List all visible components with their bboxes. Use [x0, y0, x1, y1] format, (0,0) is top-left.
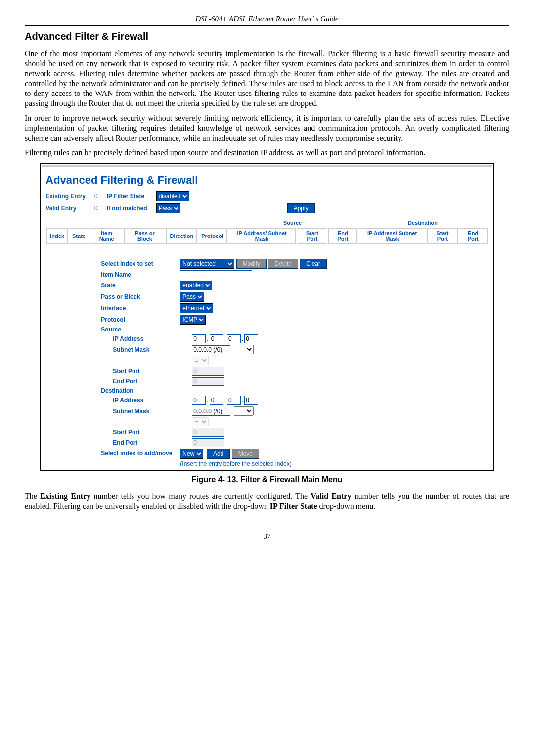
- src-subnet-cidr-select[interactable]: [234, 345, 254, 354]
- settings-area: Select index to set Not selected Modify …: [42, 250, 492, 467]
- src-ip-4[interactable]: [244, 334, 258, 343]
- col-src-end: End Port: [328, 228, 357, 244]
- col-direction: Direction: [166, 228, 197, 244]
- doc-header: DSL-604+ ADSL Ethernet Router User' s Gu…: [25, 15, 509, 23]
- pass-block-select[interactable]: Pass: [180, 292, 204, 302]
- source-heading: Source: [101, 326, 180, 333]
- dst-end-port-label: End Port: [101, 439, 192, 446]
- select-index-set-select[interactable]: Not selected: [180, 259, 234, 269]
- modify-button[interactable]: Modify: [236, 259, 267, 269]
- protocol-select[interactable]: ICMP: [180, 315, 206, 325]
- move-button[interactable]: Move: [232, 449, 259, 459]
- ip-filter-state-select[interactable]: disabled: [156, 191, 189, 201]
- item-name-label: Item Name: [101, 271, 180, 278]
- ip-filter-state-label: IP Filter State: [107, 190, 156, 202]
- col-src-ip: IP Address/ Subnet Mask: [228, 228, 296, 244]
- paragraph-3: Filtering rules can be precisely defined…: [25, 148, 509, 158]
- src-eq-select[interactable]: =: [192, 356, 209, 365]
- dst-start-port-input[interactable]: [192, 428, 224, 437]
- dst-subnet-label: Subnet Mask: [101, 408, 192, 415]
- protocol-label: Protocol: [101, 316, 180, 323]
- apply-button[interactable]: Apply: [287, 203, 315, 213]
- src-start-port-input[interactable]: [192, 367, 224, 376]
- col-state: State: [69, 228, 89, 244]
- dst-ip-label: IP Address: [101, 397, 192, 404]
- dst-eq-select[interactable]: =: [192, 417, 209, 426]
- src-end-port-label: End Port: [101, 378, 192, 385]
- dst-ip-1[interactable]: [192, 396, 206, 405]
- page-number: 37: [25, 532, 509, 541]
- dest-group: Destination: [358, 218, 487, 227]
- source-group: Source: [228, 218, 357, 227]
- col-src-start: Start Port: [297, 228, 327, 244]
- src-ip-2[interactable]: [210, 334, 223, 343]
- dst-ip-3[interactable]: [227, 396, 241, 405]
- rules-header-grid: Source Destination Index State Item Name…: [45, 217, 488, 245]
- col-item-name: Item Name: [90, 228, 123, 244]
- state-label: State: [101, 282, 180, 289]
- col-index: Index: [46, 228, 68, 244]
- dst-ip-4[interactable]: [244, 396, 258, 405]
- select-index-add-select[interactable]: New: [180, 449, 203, 459]
- dst-subnet-input[interactable]: [192, 407, 230, 416]
- interface-select[interactable]: ethernet: [180, 303, 213, 313]
- footer-rule: [25, 531, 509, 531]
- state-select[interactable]: enabled: [180, 281, 212, 290]
- dst-subnet-cidr-select[interactable]: [234, 406, 254, 416]
- header-rule: [25, 25, 509, 26]
- paragraph-2: In order to improve network security wit…: [25, 113, 509, 143]
- col-dst-start: Start Port: [427, 228, 458, 244]
- existing-entry-value: 0: [94, 190, 107, 202]
- delete-button[interactable]: Delete: [268, 259, 298, 269]
- select-index-add-label: Select index to add/move: [101, 450, 180, 457]
- col-protocol: Protocol: [198, 228, 227, 244]
- clear-button[interactable]: Clear: [300, 259, 327, 269]
- src-ip-1[interactable]: [192, 334, 206, 343]
- panel-title: Advanced Filtering & Firewall: [45, 174, 492, 187]
- dst-end-port-input[interactable]: [192, 438, 224, 447]
- section-heading: Advanced Filter & Firewall: [25, 31, 509, 42]
- interface-label: Interface: [101, 305, 180, 312]
- paragraph-1: One of the most important elements of an…: [25, 49, 509, 108]
- select-index-set-label: Select index to set: [101, 260, 180, 267]
- add-button[interactable]: Add: [207, 449, 230, 459]
- if-not-matched-label: If not matched: [107, 202, 156, 214]
- insert-note: (Insert the entry before the selected in…: [180, 460, 291, 467]
- src-ip-label: IP Address: [101, 335, 192, 342]
- valid-entry-label: Valid Entry: [45, 202, 94, 214]
- dst-ip-2[interactable]: [210, 396, 223, 405]
- if-not-matched-select[interactable]: Pass: [156, 203, 180, 213]
- col-dst-ip: IP Address/ Subnet Mask: [358, 228, 426, 244]
- existing-entry-label: Existing Entry: [45, 190, 94, 202]
- pass-block-label: Pass or Block: [101, 293, 180, 300]
- src-subnet-label: Subnet Mask: [101, 346, 192, 353]
- src-end-port-input[interactable]: [192, 377, 224, 386]
- dest-heading: Destination: [101, 387, 180, 394]
- paragraph-4: The Existing Entry number tells you how …: [25, 491, 509, 511]
- src-ip-3[interactable]: [227, 334, 241, 343]
- figure-caption: Figure 4- 13. Filter & Firewall Main Men…: [25, 475, 509, 484]
- col-pass-block: Pass or Block: [124, 228, 165, 244]
- screenshot-container: Advanced Filtering & Firewall Existing E…: [40, 163, 494, 471]
- valid-entry-value: 0: [94, 202, 107, 214]
- item-name-input[interactable]: [180, 270, 252, 279]
- src-subnet-input[interactable]: [192, 345, 230, 354]
- config-table: Existing Entry 0 IP Filter State disable…: [45, 190, 323, 214]
- col-dst-end: End Port: [459, 228, 488, 244]
- dst-start-port-label: Start Port: [101, 429, 192, 436]
- src-start-port-label: Start Port: [101, 368, 192, 375]
